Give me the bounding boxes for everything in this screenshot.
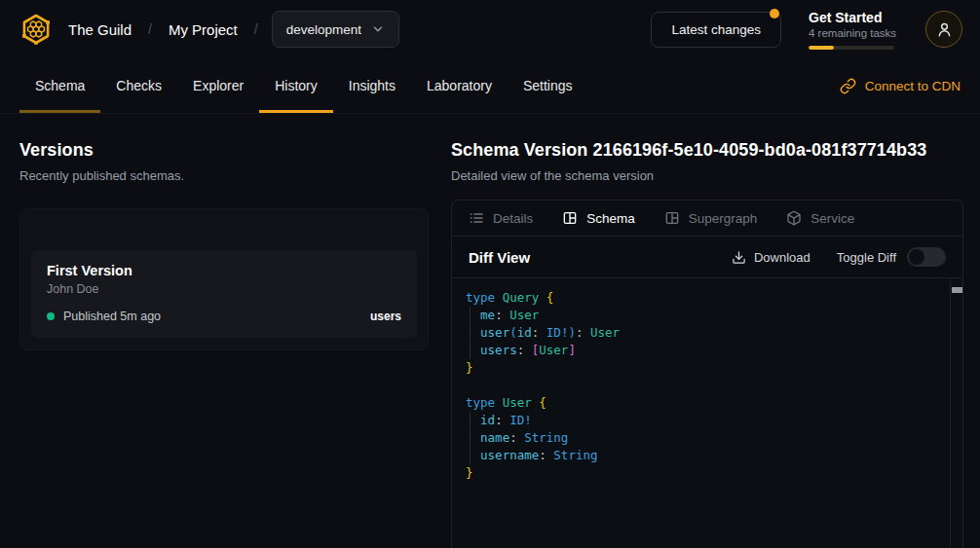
code-line: } xyxy=(452,359,949,377)
header: The Guild / My Project / development Lat… xyxy=(0,0,980,58)
detail-tab-supergraph[interactable]: Supergraph xyxy=(664,210,758,226)
tab-label: Checks xyxy=(116,78,162,93)
version-detail-panel: Schema Version 2166196f-5e10-4059-bd0a-0… xyxy=(451,114,963,548)
version-list-item[interactable]: First Version John Doe Published 5m ago … xyxy=(31,250,417,338)
main-nav: Schema Checks Explorer History Insights … xyxy=(0,58,980,114)
chevron-down-icon xyxy=(371,22,385,36)
user-menu-button[interactable] xyxy=(925,11,962,48)
download-icon xyxy=(732,250,746,265)
code-line: } xyxy=(452,464,949,482)
versions-panel: Versions Recently published schemas. Fir… xyxy=(19,114,429,548)
latest-changes-button[interactable]: Latest changes xyxy=(651,12,781,48)
detail-tab-label: Service xyxy=(810,211,854,226)
connect-cdn-button[interactable]: Connect to CDN xyxy=(840,58,961,113)
target-selector-value: development xyxy=(286,22,361,37)
app-window: The Guild / My Project / development Lat… xyxy=(0,0,980,548)
indent-guide xyxy=(470,412,471,429)
tab-underline xyxy=(508,110,588,113)
schema-code-viewer: type Query { me: User user(id: ID!): Use… xyxy=(452,278,962,548)
code-line: users: [User] xyxy=(452,342,949,359)
panels-icon xyxy=(562,210,578,226)
tab-underline xyxy=(177,110,259,113)
tab-label: Schema xyxy=(35,78,85,93)
get-started-title: Get Started xyxy=(809,10,898,25)
versions-subtitle: Recently published schemas. xyxy=(19,168,429,183)
version-status: Published 5m ago xyxy=(63,310,161,323)
detail-tab-schema[interactable]: Schema xyxy=(562,210,635,226)
tab-underline xyxy=(259,110,333,113)
detail-tab-service[interactable]: Service xyxy=(786,210,854,226)
get-started-subtitle: 4 remaining tasks xyxy=(809,27,898,39)
connect-cdn-label: Connect to CDN xyxy=(865,79,961,93)
tab-insights[interactable]: Insights xyxy=(333,58,411,113)
code-line xyxy=(452,377,949,394)
detail-tab-label: Schema xyxy=(586,211,635,226)
code-line: user(id: ID!): User xyxy=(452,324,949,342)
code-line: name: String xyxy=(452,429,949,447)
download-button[interactable]: Download xyxy=(732,250,810,265)
code-scrollbar[interactable] xyxy=(950,278,962,548)
tab-underline xyxy=(333,110,411,113)
tab-underline xyxy=(100,110,177,113)
indent-guide xyxy=(470,342,471,359)
cube-icon xyxy=(786,210,802,226)
notification-dot xyxy=(770,9,779,18)
version-meta-row: Published 5m ago users xyxy=(47,310,401,323)
user-icon xyxy=(935,20,954,39)
tab-laboratory[interactable]: Laboratory xyxy=(411,58,508,113)
indent-guide xyxy=(470,429,471,447)
toggle-diff-switch[interactable] xyxy=(907,247,946,267)
indent-guide xyxy=(470,324,471,342)
code-line: type User { xyxy=(452,394,949,412)
tab-schema[interactable]: Schema xyxy=(19,58,100,113)
detail-tabs: Details Schema xyxy=(452,201,962,237)
version-name: First Version xyxy=(47,263,401,278)
tab-label: Laboratory xyxy=(427,78,492,93)
tab-explorer[interactable]: Explorer xyxy=(177,58,259,113)
code-line: type Query { xyxy=(452,289,949,307)
tab-label: Explorer xyxy=(193,78,244,93)
diff-view-title: Diff View xyxy=(469,249,530,266)
download-label: Download xyxy=(754,250,810,265)
version-detail-title: Schema Version 2166196f-5e10-4059-bd0a-0… xyxy=(451,140,963,161)
published-status-dot xyxy=(47,312,55,320)
service-badge: users xyxy=(370,310,401,323)
versions-title: Versions xyxy=(19,140,429,161)
detail-tab-details[interactable]: Details xyxy=(469,210,533,226)
tab-settings[interactable]: Settings xyxy=(508,58,588,113)
code-line: username: String xyxy=(452,447,949,464)
indent-guide xyxy=(470,447,471,464)
version-author: John Doe xyxy=(47,282,401,296)
get-started-progressbar xyxy=(809,46,894,50)
link-icon xyxy=(840,78,856,94)
breadcrumb-separator: / xyxy=(254,21,258,37)
breadcrumb-project[interactable]: My Project xyxy=(169,21,238,38)
panels-icon xyxy=(664,210,680,226)
main-content: Versions Recently published schemas. Fir… xyxy=(0,114,980,548)
code-block: type Query { me: User user(id: ID!): Use… xyxy=(452,289,949,482)
code-line: me: User xyxy=(452,307,949,324)
target-selector-dropdown[interactable]: development xyxy=(272,11,399,48)
tab-underline xyxy=(19,110,100,113)
versions-list: First Version John Doe Published 5m ago … xyxy=(19,208,429,350)
breadcrumb-org[interactable]: The Guild xyxy=(68,21,132,38)
detail-tab-label: Details xyxy=(493,211,533,226)
nav-tabs: Schema Checks Explorer History Insights … xyxy=(19,58,588,113)
tab-checks[interactable]: Checks xyxy=(100,58,177,113)
toggle-diff-label: Toggle Diff xyxy=(837,250,896,265)
tab-label: Insights xyxy=(349,78,396,93)
hive-logo-icon[interactable] xyxy=(18,11,55,48)
tab-label: Settings xyxy=(523,78,573,93)
scrollbar-thumb[interactable] xyxy=(952,287,962,293)
latest-changes-label: Latest changes xyxy=(671,22,761,37)
get-started-widget[interactable]: Get Started 4 remaining tasks xyxy=(809,10,898,50)
version-detail-subtitle: Detailed view of the schema version xyxy=(451,168,963,183)
breadcrumb: The Guild / My Project / xyxy=(68,21,258,38)
diff-toolbar: Diff View Download Toggle Diff xyxy=(452,237,962,278)
tab-label: History xyxy=(275,78,318,93)
get-started-progress-fill xyxy=(809,46,834,50)
tab-underline xyxy=(411,110,508,113)
code-line: id: ID! xyxy=(452,412,949,429)
switch-knob xyxy=(909,249,924,265)
tab-history[interactable]: History xyxy=(259,58,333,113)
